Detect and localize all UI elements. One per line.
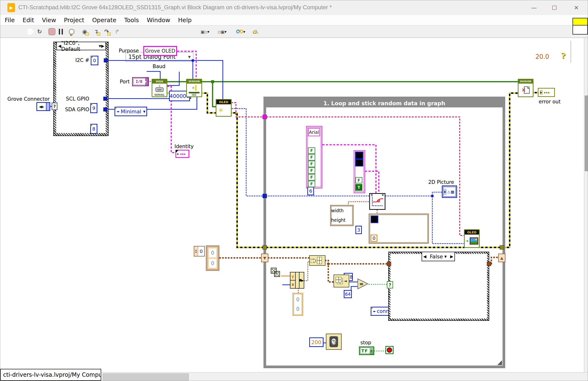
grove-connector-terminal[interactable]: ◀▶	[36, 102, 50, 111]
index-spinner-icon[interactable]: ▲▼	[194, 246, 198, 256]
inner-case-tunnel[interactable]	[387, 262, 391, 266]
loop-corner-icon	[497, 360, 502, 365]
context-path-box: cti-drivers-lv-visa.lvproj/My Computer	[0, 369, 101, 381]
font-flag-constant[interactable]: F	[308, 154, 315, 161]
case-tunnel[interactable]	[104, 58, 108, 63]
visa-serial-open-node[interactable]: VISA ✳ ▪▪▪ SERIAL	[152, 79, 167, 97]
xy-second-value[interactable]: 0	[295, 305, 301, 313]
i2c-number-constant[interactable]: 0	[91, 56, 98, 65]
oled-draw-header: OLED	[465, 230, 479, 234]
bundle-x-field[interactable]: x	[291, 280, 295, 288]
font-size-constant[interactable]: 6	[307, 187, 314, 195]
oled-draw-node[interactable]: OLED ➜	[464, 229, 480, 248]
indicator-arrow-icon: ▶	[540, 90, 543, 95]
inner-case-structure[interactable]	[389, 252, 489, 320]
loop-tunnel-array[interactable]	[263, 194, 267, 198]
array-element-first[interactable]: 0	[209, 248, 216, 257]
loop-tunnel-error[interactable]	[500, 245, 504, 250]
equals-node[interactable]: =	[357, 278, 369, 289]
plus-icon: +	[370, 193, 373, 197]
chevron-down-icon: ▼	[99, 44, 101, 48]
random-number-node[interactable]: ⚄ ⚄	[270, 267, 283, 280]
color-box-constant[interactable]	[371, 215, 378, 223]
loop-condition-terminal[interactable]	[385, 346, 394, 354]
shift-register-right[interactable]: ▲	[498, 254, 505, 262]
vertical-scrollbar[interactable]	[584, 38, 588, 372]
case-selector-terminal[interactable]: ?	[387, 281, 393, 288]
session-close-node[interactable]: SESSION ✕	[518, 79, 533, 97]
error-out-indicator[interactable]: ▶ ▪▪▪	[538, 88, 555, 97]
arrow-icon: ➜	[465, 239, 468, 243]
bundle-arrow-icon: ▶	[301, 279, 304, 282]
visa-node-footer: SERIAL	[152, 93, 167, 96]
bundle-y-field[interactable]: y	[291, 273, 295, 280]
loop-tunnel-error[interactable]	[263, 245, 267, 250]
font-name-constant[interactable]: Arial	[308, 128, 320, 136]
session-close-header: SESSION	[519, 80, 533, 84]
font-flag-constant[interactable]: F	[308, 148, 315, 154]
oled-open-node[interactable]: OLED ✳	[216, 99, 232, 117]
chevron-down-icon: ▼	[143, 110, 146, 113]
i2c-number-label: I2C #	[73, 57, 89, 63]
case-tunnel[interactable]	[103, 107, 107, 111]
insert-into-array-node[interactable]: ▫▫✚▫‥✚ (	[309, 255, 325, 266]
plot-number-constant[interactable]: 0	[371, 234, 377, 242]
port-visa-constant[interactable]: I/O ▶	[132, 77, 149, 86]
flow-enum-value: Minimal	[121, 108, 141, 115]
case-next-icon[interactable]: ▶	[101, 43, 104, 48]
purpose-string-constant[interactable]: Grove OLED	[143, 46, 177, 56]
corner-wedge-icon	[91, 56, 94, 59]
inner-case-tunnel[interactable]	[487, 262, 491, 266]
xy-first-value[interactable]: 0	[295, 296, 301, 304]
plot-graph-node[interactable]: + +	[369, 193, 385, 210]
picture-indicator-terminal[interactable]: ▶ △ ▦	[442, 186, 457, 198]
flow-control-enum[interactable]: ◂▸ Minimal ▼	[114, 107, 147, 116]
enum-arrows-icon: ◀▶	[37, 103, 46, 110]
identity-indicator[interactable]: ▶ ▪▪▪	[175, 150, 189, 158]
purpose-label: Purpose	[119, 48, 139, 54]
case-prev-icon[interactable]: ◀	[423, 254, 426, 259]
scl-gpio-constant[interactable]: 9	[90, 103, 97, 113]
terminal-strip: ▶	[145, 78, 148, 85]
vertical-scrollbar-thumb[interactable]	[585, 95, 588, 171]
array-element-second[interactable]: 0	[209, 259, 216, 268]
case-prev-icon[interactable]: ◀	[58, 43, 61, 48]
font-flag-constant[interactable]: F	[308, 174, 315, 181]
inner-case-interior	[390, 254, 487, 318]
array-index-box[interactable]: ▲▼ 0	[194, 246, 205, 256]
inner-case-selector[interactable]: ◀ False▼ ▶	[421, 252, 455, 261]
shift-register-left[interactable]: ▼	[261, 254, 268, 262]
visa-node-header: VISA	[152, 80, 167, 84]
wait-ms-constant[interactable]: 200	[309, 338, 323, 347]
height-constant[interactable]: 64	[344, 290, 352, 298]
unwired-case-tunnel[interactable]: ?	[52, 103, 57, 110]
case-next-icon[interactable]: ▶	[450, 254, 453, 259]
case-tunnel[interactable]	[103, 97, 107, 101]
color-box-constant[interactable]	[355, 159, 363, 167]
stop-boolean-terminal[interactable]: TF ▶	[359, 346, 374, 355]
bracket-icon: (	[315, 258, 317, 263]
style-number-constant[interactable]: 3	[356, 226, 362, 234]
identity-label: Identity	[174, 144, 193, 149]
horizontal-scrollbar[interactable]	[101, 372, 588, 381]
case-selector[interactable]: ◀ "I2C0", Default▼ ▶	[56, 42, 106, 50]
sda-gpio-constant[interactable]: 8	[90, 124, 97, 134]
font-flag-constant[interactable]: F	[308, 161, 315, 167]
asterisk-icon: ✳	[218, 107, 224, 114]
array-size-node[interactable]: ⇥	[334, 275, 349, 287]
bundle-node[interactable]: y x ▶	[290, 272, 304, 289]
style-false-constant[interactable]: F	[356, 177, 362, 183]
color-box-constant[interactable]	[355, 152, 363, 159]
font-flag-constant[interactable]: F	[308, 168, 315, 174]
conditional-case-structure[interactable]	[54, 42, 108, 135]
measure-icon: ⇥	[344, 279, 347, 283]
style-true-constant[interactable]: T	[356, 184, 362, 191]
loop-tunnel-picture[interactable]	[263, 115, 267, 119]
session-open-i2c-node[interactable]: SESSION ✳ I2C	[186, 79, 202, 97]
font-flag-constant[interactable]: F	[308, 181, 315, 187]
horizontal-scrollbar-thumb[interactable]	[103, 373, 189, 381]
insert-glyphs-icon: ▫▫✚▫‥✚	[310, 257, 315, 264]
array-index-value: 0	[198, 246, 204, 256]
wait-ms-node[interactable]: ◷	[326, 334, 342, 350]
error-out-label: error out	[539, 99, 561, 105]
